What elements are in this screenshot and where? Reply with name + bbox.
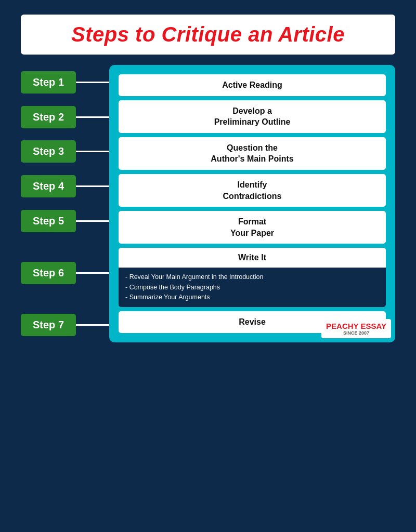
step-3-entry: Step 3 <box>21 135 109 169</box>
write-detail-1: - Reveal Your Main Argument in the Intro… <box>125 272 379 282</box>
card-write-it: Write It <box>119 248 386 268</box>
step-1-entry: Step 1 <box>21 65 109 100</box>
step-4-line <box>76 185 109 187</box>
step-2-badge: Step 2 <box>21 106 76 128</box>
step-5-entry: Step 5 <box>21 204 109 238</box>
step-2-entry: Step 2 <box>21 100 109 135</box>
step-5-badge: Step 5 <box>21 210 76 232</box>
step-4-entry: Step 4 <box>21 169 109 204</box>
step-6-line <box>76 272 109 274</box>
title-box: Steps to Critique an Article <box>21 15 395 55</box>
step-2-line <box>76 116 109 118</box>
write-detail-3: - Summarize Your Arguments <box>125 292 379 302</box>
card-preliminary-outline: Develop aPreliminary Outline <box>119 100 386 133</box>
peachy-essay-logo: PEACHY ESSAY SINCE 2007 <box>321 319 391 338</box>
step-3-badge: Step 3 <box>21 140 76 163</box>
card-write-details: - Reveal Your Main Argument in the Intro… <box>119 268 386 307</box>
step-6-badge: Step 6 <box>21 262 76 284</box>
card-active-reading: Active Reading <box>119 74 386 96</box>
card-identify-contradictions: IdentifyContradictions <box>119 174 386 207</box>
step-7-entry: Step 7 <box>21 308 109 342</box>
step-7-badge: Step 7 <box>21 314 76 336</box>
step-7-line <box>76 324 109 326</box>
step-3-line <box>76 151 109 152</box>
step-5-line <box>76 220 109 222</box>
content-side: Active Reading Develop aPreliminary Outl… <box>109 65 395 342</box>
infographic: Step 1 Step 2 Step 3 Step 4 Step 5 Step … <box>21 65 395 342</box>
step-6-entry: Step 6 <box>21 238 109 308</box>
write-detail-2: - Compose the Body Paragraphs <box>125 283 379 292</box>
page-title: Steps to Critique an Article <box>36 23 380 46</box>
step-4-badge: Step 4 <box>21 175 76 197</box>
brand-name: PEACHY ESSAY <box>326 322 386 330</box>
card-format-paper: FormatYour Paper <box>119 211 386 244</box>
brand-since: SINCE 2007 <box>326 330 386 336</box>
step-1-badge: Step 1 <box>21 71 76 94</box>
steps-side: Step 1 Step 2 Step 3 Step 4 Step 5 Step … <box>21 65 109 342</box>
write-it-group: Write It - Reveal Your Main Argument in … <box>119 248 386 307</box>
card-question-main-points: Question theAuthor's Main Points <box>119 137 386 170</box>
step-1-line <box>76 82 109 83</box>
